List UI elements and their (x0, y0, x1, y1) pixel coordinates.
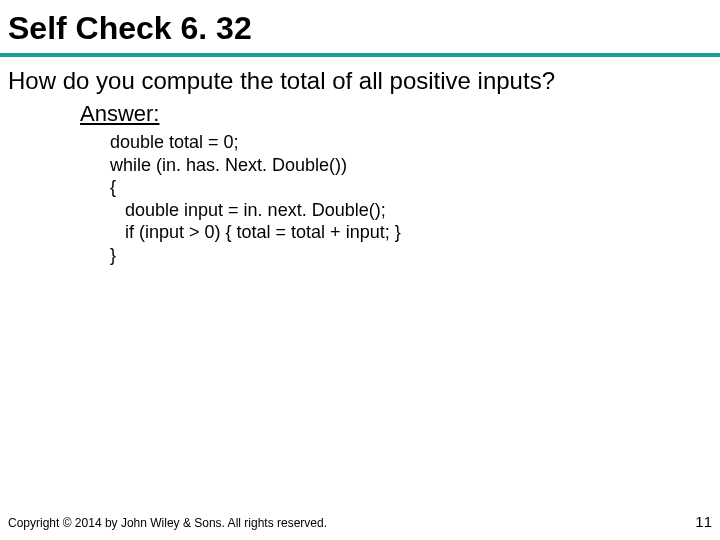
page-number: 11 (695, 513, 712, 530)
slide: Self Check 6. 32 How do you compute the … (0, 0, 720, 540)
slide-title: Self Check 6. 32 (0, 0, 720, 53)
code-block: double total = 0; while (in. has. Next. … (0, 131, 720, 266)
answer-label: Answer: (0, 101, 720, 131)
footer: Copyright © 2014 by John Wiley & Sons. A… (8, 513, 712, 530)
title-rule (0, 53, 720, 57)
copyright-text: Copyright © 2014 by John Wiley & Sons. A… (8, 516, 327, 530)
question-text: How do you compute the total of all posi… (0, 65, 720, 101)
